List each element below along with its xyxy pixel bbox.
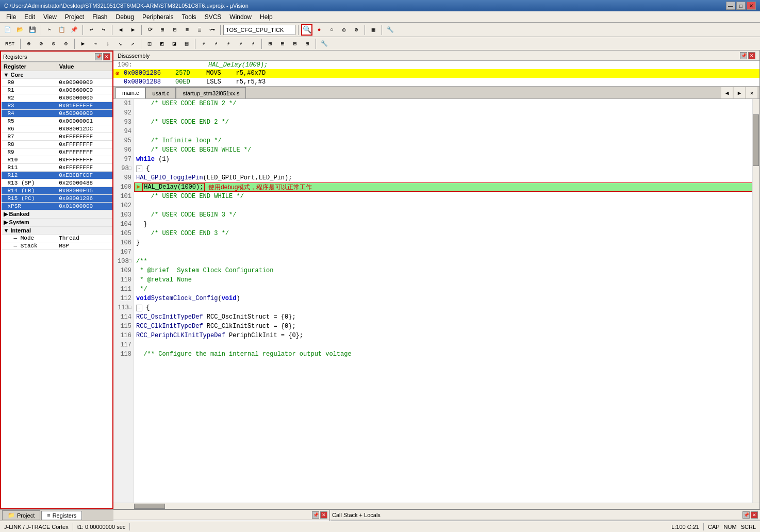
- disasm-close-icon[interactable]: ✕: [748, 52, 755, 59]
- open-button[interactable]: 📂: [14, 24, 26, 36]
- mode-btn5[interactable]: ⚡: [247, 38, 259, 49]
- view-btn1[interactable]: ◫: [144, 38, 155, 49]
- cs-close-icon[interactable]: ✕: [751, 511, 758, 519]
- extra-btn2[interactable]: ⊞: [277, 38, 288, 49]
- target-input[interactable]: [223, 25, 295, 35]
- pin-icon[interactable]: 📌: [95, 53, 102, 60]
- reg-row-xpsr[interactable]: xPSR0x01000000: [2, 203, 112, 210]
- gear-btn[interactable]: ⚙: [351, 24, 362, 36]
- close-panel-icon[interactable]: ✕: [103, 53, 110, 60]
- mode-btn4[interactable]: ⚡: [235, 38, 246, 49]
- fold-indicator-113[interactable]: □: [129, 305, 131, 310]
- mode-btn3[interactable]: ⚡: [223, 38, 234, 49]
- internal-expand-icon[interactable]: ▼: [4, 227, 9, 234]
- tab-main-c[interactable]: main.c: [115, 87, 145, 98]
- copy-button[interactable]: 📋: [56, 24, 68, 36]
- reg-row-r11[interactable]: R110xFFFFFFFF: [2, 164, 112, 172]
- code-lines-container[interactable]: /* USER CODE BEGIN 2 */ /* USER CODE END…: [134, 99, 752, 503]
- reg-row-r6[interactable]: R60x080012DC: [2, 125, 112, 133]
- reg-row-r9[interactable]: R90xFFFFFFFF: [2, 148, 112, 156]
- menu-peripherals[interactable]: Peripherals: [138, 12, 178, 22]
- tab-scroll-left[interactable]: ◀: [721, 87, 733, 98]
- debug-btn6[interactable]: ⊶: [206, 24, 218, 36]
- breakpoint-btn1[interactable]: ⊕: [23, 38, 35, 49]
- close-button[interactable]: ✕: [747, 2, 756, 10]
- rst-button[interactable]: RST: [2, 38, 18, 49]
- fold-box-98[interactable]: -: [136, 165, 142, 172]
- view-btn4[interactable]: ▤: [181, 38, 192, 49]
- reg-row-r1[interactable]: R10x006600C0: [2, 87, 112, 94]
- undo-button[interactable]: ↩: [86, 24, 97, 36]
- step-out-button[interactable]: ↗: [127, 38, 138, 49]
- reg-row-r14--lr-[interactable]: R14 (LR)0x08000F95: [2, 187, 112, 195]
- reg-row-r8[interactable]: R80xFFFFFFFF: [2, 141, 112, 148]
- new-button[interactable]: 📄: [2, 24, 13, 36]
- fold-box-113[interactable]: -: [136, 305, 142, 311]
- forward-button[interactable]: ▶: [127, 24, 139, 36]
- tab-usart-c[interactable]: usart.c: [145, 87, 176, 98]
- cs-pin-icon[interactable]: 📌: [742, 511, 750, 519]
- reg-row-r12[interactable]: R120xEBCBFCDF: [2, 172, 112, 179]
- menu-window[interactable]: Window: [225, 12, 256, 22]
- system-expand-icon[interactable]: ▶: [4, 219, 8, 225]
- fold-indicator-98[interactable]: □: [129, 166, 131, 171]
- cut-button[interactable]: ✂: [44, 24, 55, 36]
- menu-file[interactable]: File: [2, 12, 20, 22]
- menu-view[interactable]: View: [39, 12, 61, 22]
- layout-btn[interactable]: ▦: [368, 24, 379, 36]
- menu-project[interactable]: Project: [61, 12, 88, 22]
- reg-row-r3[interactable]: R30x01FFFFFF: [2, 102, 112, 110]
- reg-row-r10[interactable]: R100xFFFFFFFF: [2, 156, 112, 164]
- run-button[interactable]: ▶: [77, 38, 89, 49]
- view-btn2[interactable]: ◩: [156, 38, 168, 49]
- menu-help[interactable]: Help: [256, 12, 277, 22]
- circle-btn2[interactable]: ○: [326, 24, 337, 36]
- mode-btn2[interactable]: ⚡: [210, 38, 222, 49]
- menu-tools[interactable]: Tools: [178, 12, 201, 22]
- back-button[interactable]: ◀: [115, 24, 126, 36]
- code-scrollbar[interactable]: [752, 99, 759, 503]
- redo-button[interactable]: ↪: [98, 24, 109, 36]
- reg-row-r13--sp-[interactable]: R13 (SP)0x20000488: [2, 179, 112, 187]
- mode-btn1[interactable]: ⚡: [198, 38, 209, 49]
- tab-project[interactable]: 📁 Project: [2, 510, 40, 520]
- paste-button[interactable]: 📌: [69, 24, 80, 36]
- breakpoint-btn3[interactable]: ⊘: [48, 38, 59, 49]
- step-over-button[interactable]: ↓: [102, 38, 113, 49]
- step-into-button[interactable]: ↘: [114, 38, 126, 49]
- reg-row-r5[interactable]: R50x00000001: [2, 118, 112, 125]
- debug-btn4[interactable]: ≡: [181, 24, 193, 36]
- circle-btn1[interactable]: ●: [313, 24, 325, 36]
- reg-row-r0[interactable]: R00x00000000: [2, 79, 112, 87]
- menu-edit[interactable]: Edit: [20, 12, 39, 22]
- save-button[interactable]: 💾: [27, 24, 38, 36]
- reg-row-r7[interactable]: R70xFFFFFFFF: [2, 133, 112, 141]
- cmd-pin-icon[interactable]: 📌: [312, 511, 319, 519]
- extra-btn4[interactable]: ⊞: [302, 38, 313, 49]
- minimize-button[interactable]: —: [726, 2, 735, 10]
- tab-registers[interactable]: ≡ Registers: [41, 511, 82, 520]
- code-hscrollbar[interactable]: [113, 503, 759, 509]
- tab-startup[interactable]: startup_stm32l051xx.s: [176, 87, 246, 98]
- step-button[interactable]: ↷: [90, 38, 101, 49]
- breakpoint-btn4[interactable]: ⊙: [60, 38, 72, 49]
- tab-close-btn[interactable]: ✕: [746, 87, 757, 98]
- extra-btn1[interactable]: ⊞: [265, 38, 276, 49]
- extra-btn3[interactable]: ⊞: [289, 38, 301, 49]
- cmd-close-icon[interactable]: ✕: [320, 511, 327, 519]
- banked-expand-icon[interactable]: ▶: [4, 211, 8, 217]
- search-highlight-button[interactable]: 🔍: [301, 24, 312, 36]
- wrench-btn[interactable]: 🔧: [385, 24, 396, 36]
- view-btn3[interactable]: ◪: [169, 38, 180, 49]
- tab-scroll-right[interactable]: ▶: [734, 87, 745, 98]
- debug-btn5[interactable]: ≣: [194, 24, 205, 36]
- reg-row-r4[interactable]: R40x50000000: [2, 110, 112, 118]
- circle-btn3[interactable]: ◎: [338, 24, 350, 36]
- debug-btn1[interactable]: ⟳: [144, 24, 156, 36]
- breakpoint-btn2[interactable]: ⊗: [36, 38, 47, 49]
- reg-row-r15--pc-[interactable]: R15 (PC)0x08001286: [2, 195, 112, 203]
- maximize-button[interactable]: □: [736, 2, 746, 10]
- debug-btn3[interactable]: ⊟: [169, 24, 180, 36]
- menu-debug[interactable]: Debug: [112, 12, 138, 22]
- menu-svcs[interactable]: SVCS: [201, 12, 226, 22]
